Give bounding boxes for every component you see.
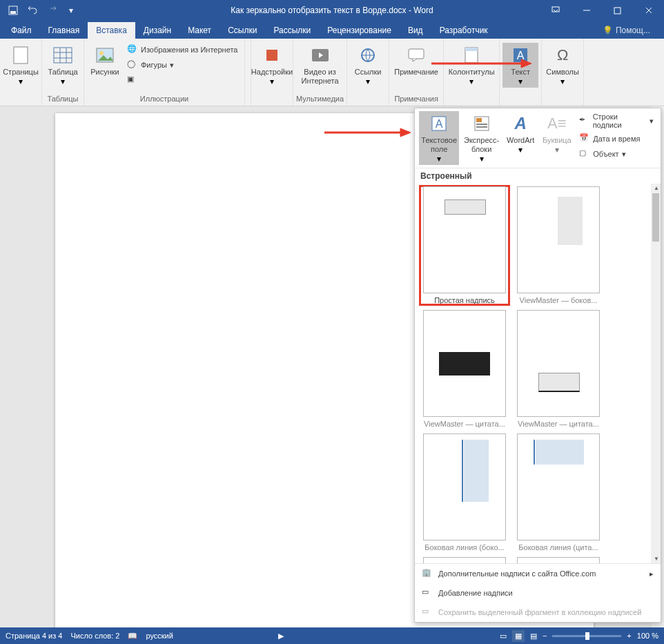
symbols-button[interactable]: Ω Символы▾ xyxy=(545,43,580,88)
gallery-item-3[interactable]: ViewMaster — цитата... xyxy=(514,310,603,428)
gallery-item-4[interactable]: Боковая линия (боко... xyxy=(420,433,509,552)
online-video-button[interactable]: Видео из Интернета xyxy=(297,43,343,87)
tables-group-label: Таблицы xyxy=(48,93,79,104)
more-from-office-button[interactable]: 🏢 Дополнительные надписи с сайта Office.… xyxy=(415,564,661,583)
pages-button[interactable]: Страницы▾ xyxy=(3,43,39,88)
tab-insert[interactable]: Вставка xyxy=(88,22,135,39)
tab-review[interactable]: Рецензирование xyxy=(319,22,400,39)
status-bar: Страница 4 из 4 Число слов: 2 📖 русский … xyxy=(0,627,664,644)
annotation-arrow-2 xyxy=(321,126,411,139)
object-button[interactable]: ▢Объект ▾ xyxy=(576,147,656,161)
gallery-item-5[interactable]: Боковая линия (цита... xyxy=(514,433,603,552)
minimize-icon[interactable] xyxy=(571,0,602,21)
dropcap-icon: A≡ xyxy=(546,113,568,135)
svg-rect-1 xyxy=(10,11,16,14)
zoom-slider[interactable] xyxy=(552,635,621,637)
annotation-arrow-1 xyxy=(428,57,531,70)
table-icon xyxy=(52,44,74,66)
maximize-icon[interactable] xyxy=(602,0,633,21)
link-icon xyxy=(357,44,379,66)
quickparts-icon xyxy=(471,113,493,135)
wordart-button[interactable]: A WordArt▾ xyxy=(504,111,538,165)
close-icon[interactable] xyxy=(633,0,664,21)
tab-view[interactable]: Вид xyxy=(400,22,431,39)
zoom-out-button[interactable]: − xyxy=(543,632,547,640)
links-button[interactable]: Ссылки▾ xyxy=(350,43,386,88)
tab-references[interactable]: Ссылки xyxy=(219,22,265,39)
datetime-button[interactable]: 📅Дата и время xyxy=(576,132,656,146)
svg-rect-6 xyxy=(54,48,72,63)
spellcheck-icon[interactable]: 📖 xyxy=(128,632,137,641)
title-bar: ▾ Как зеркально отобразить текст в Ворде… xyxy=(0,0,664,21)
zoom-in-button[interactable]: + xyxy=(627,632,631,640)
draw-textbox-button[interactable]: ▭ Добавление надписи xyxy=(415,583,661,603)
tab-mailings[interactable]: Рассылки xyxy=(265,22,319,39)
wordart-icon: A xyxy=(509,113,531,135)
globe-icon: 🌐 xyxy=(127,44,138,55)
media-group-label: Мультимедиа xyxy=(296,93,344,104)
gallery-item-simple[interactable]: Простая надпись xyxy=(420,186,509,304)
gallery-item-1[interactable]: ViewMaster — боков... xyxy=(514,186,603,304)
signature-line-button[interactable]: ✒Строки подписи ▾ xyxy=(576,111,656,130)
tab-home[interactable]: Главная xyxy=(40,22,88,39)
shapes-button[interactable]: ◯Фигуры ▾ xyxy=(124,58,242,72)
text-dropdown-panel: A Текстовое поле▾ Экспресс-блоки▾ A Word… xyxy=(414,108,661,623)
page-icon xyxy=(10,44,32,66)
zoom-level[interactable]: 100 % xyxy=(637,632,658,640)
ribbon-tabs: Файл Главная Вставка Дизайн Макет Ссылки… xyxy=(0,21,664,39)
picture-icon xyxy=(94,44,116,66)
textbox-button[interactable]: A Текстовое поле▾ xyxy=(419,111,459,165)
undo-icon[interactable] xyxy=(25,3,40,18)
save-selection-icon: ▭ xyxy=(422,607,433,618)
ribbon-options-icon[interactable] xyxy=(540,0,571,21)
status-words[interactable]: Число слов: 2 xyxy=(70,632,119,640)
textbox-icon: A xyxy=(428,113,450,135)
svg-rect-18 xyxy=(465,48,478,51)
table-button[interactable]: Таблица▾ xyxy=(45,43,81,88)
tab-layout[interactable]: Макет xyxy=(179,22,219,39)
tab-design[interactable]: Дизайн xyxy=(135,22,179,39)
help-search[interactable]: 💡Помощ... xyxy=(589,22,664,39)
redo-icon[interactable] xyxy=(44,3,59,18)
macro-icon[interactable]: ▶ xyxy=(278,632,284,641)
shapes-icon: ◯ xyxy=(127,59,138,70)
smartart-icon: ▣ xyxy=(127,75,138,86)
gallery-item-7[interactable]: Боковая панель "Асп... xyxy=(514,557,603,563)
gallery-item-6[interactable]: Боковая панель "Асп... xyxy=(420,557,509,563)
svg-rect-16 xyxy=(409,49,424,59)
svg-rect-2 xyxy=(552,7,559,12)
qat-dropdown-icon[interactable]: ▾ xyxy=(64,3,79,18)
builtin-header: Встроенный xyxy=(415,168,661,184)
bulb-icon: 💡 xyxy=(603,26,613,35)
textbox-gallery: Простая надпись ViewMaster — боков... Vi… xyxy=(415,184,661,563)
read-mode-icon[interactable]: ▭ xyxy=(500,632,507,641)
gallery-scrollbar[interactable]: ▲ ▼ xyxy=(651,184,661,563)
tab-developer[interactable]: Разработчик xyxy=(431,22,496,39)
status-language[interactable]: русский xyxy=(146,632,173,640)
comments-group-label: Примечания xyxy=(394,93,438,104)
addins-button[interactable]: Надстройки▾ xyxy=(254,43,290,88)
draw-textbox-icon: ▭ xyxy=(422,587,433,598)
svg-rect-4 xyxy=(614,8,621,14)
web-layout-icon[interactable]: ▤ xyxy=(530,632,537,641)
comment-icon xyxy=(405,44,427,66)
object-icon: ▢ xyxy=(579,148,590,159)
window-title: Как зеркально отобразить текст в Ворде.d… xyxy=(231,6,433,15)
addin-icon xyxy=(261,44,283,66)
status-page[interactable]: Страница 4 из 4 xyxy=(6,632,62,640)
print-layout-icon[interactable]: ▦ xyxy=(512,630,525,642)
dropcap-button[interactable]: A≡ Буквица▾ xyxy=(540,111,574,165)
illustrations-group-label: Иллюстрации xyxy=(140,93,188,104)
online-pictures-button[interactable]: 🌐Изображения из Интернета xyxy=(124,43,242,57)
svg-rect-28 xyxy=(476,118,482,122)
quickparts-button[interactable]: Экспресс-блоки▾ xyxy=(462,111,500,165)
tab-file[interactable]: Файл xyxy=(3,22,40,39)
pictures-button[interactable]: Рисунки xyxy=(87,43,123,78)
smartart-button[interactable]: ▣ xyxy=(124,73,242,87)
save-icon[interactable] xyxy=(6,3,21,18)
svg-marker-22 xyxy=(521,59,531,68)
signature-icon: ✒ xyxy=(579,115,589,126)
gallery-item-2[interactable]: ViewMaster — цитата... xyxy=(420,310,509,428)
ribbon: Страницы▾ Таблица▾ Таблицы Рисунки 🌐Изоб… xyxy=(0,39,664,106)
svg-marker-24 xyxy=(400,128,411,137)
